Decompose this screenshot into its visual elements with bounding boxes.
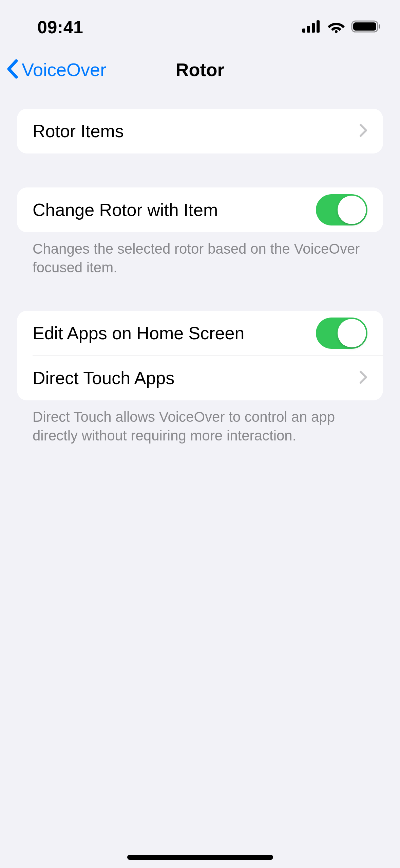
back-button[interactable]: VoiceOver	[6, 59, 106, 80]
chevron-right-icon	[359, 124, 367, 139]
settings-group: Rotor Items	[17, 109, 383, 153]
group-footer: Direct Touch allows VoiceOver to control…	[17, 400, 383, 445]
svg-rect-0	[302, 29, 305, 33]
change-rotor-toggle[interactable]	[316, 194, 367, 225]
status-bar: 09:41	[0, 0, 400, 48]
row-label: Change Rotor with Item	[33, 200, 316, 220]
settings-group: Change Rotor with Item	[17, 187, 383, 232]
chevron-right-icon	[359, 370, 367, 385]
svg-point-4	[335, 30, 338, 33]
row-label: Direct Touch Apps	[33, 368, 359, 388]
edit-apps-toggle[interactable]	[316, 318, 367, 349]
svg-rect-3	[317, 20, 320, 33]
status-time: 09:41	[0, 10, 83, 37]
page-title: Rotor	[176, 59, 225, 80]
cellular-icon	[302, 20, 321, 34]
group-footer: Changes the selected rotor based on the …	[17, 232, 383, 277]
chevron-left-icon	[6, 59, 20, 80]
svg-rect-7	[379, 24, 380, 29]
group-spacer	[17, 153, 383, 187]
row-label: Rotor Items	[33, 121, 359, 141]
row-label: Edit Apps on Home Screen	[33, 323, 316, 343]
change-rotor-with-item-row: Change Rotor with Item	[17, 187, 383, 232]
toggle-knob	[338, 196, 366, 224]
direct-touch-apps-row[interactable]: Direct Touch Apps	[17, 356, 383, 400]
toggle-knob	[338, 319, 366, 347]
rotor-items-row[interactable]: Rotor Items	[17, 109, 383, 153]
svg-rect-2	[312, 23, 315, 33]
home-indicator[interactable]	[127, 855, 273, 860]
edit-apps-row: Edit Apps on Home Screen	[17, 311, 383, 356]
navigation-bar: VoiceOver Rotor	[0, 48, 400, 92]
wifi-icon	[327, 20, 345, 34]
battery-icon	[351, 20, 381, 35]
back-button-label: VoiceOver	[22, 59, 106, 80]
svg-rect-1	[307, 26, 310, 33]
content: Rotor Items Change Rotor with Item Chang…	[0, 92, 400, 445]
status-icons	[302, 13, 381, 35]
settings-group: Edit Apps on Home Screen Direct Touch Ap…	[17, 311, 383, 400]
group-spacer	[17, 277, 383, 311]
svg-rect-6	[353, 22, 376, 31]
